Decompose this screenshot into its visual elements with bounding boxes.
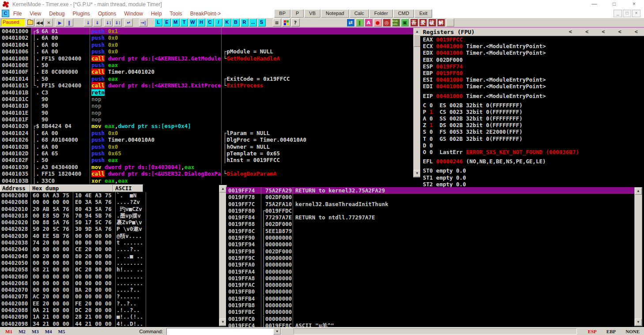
po-button[interactable]: 破 [428,19,436,26]
disasm-row[interactable]: 0040102B│.6A 00push 0x0│hOwner = NULL [0,143,413,150]
hexdump-row[interactable]: 0040200800 00 00 00E0 3A 5A 76....?Zv [0,199,219,205]
windows-list-button[interactable]: ≡ [273,19,281,26]
scroll-thumb[interactable] [414,34,421,47]
register-line[interactable]: Z 1 DS 002B 32bit 0(FFFFFFFF) [420,122,644,128]
stack-row[interactable]: 0019FFAC│00000000 [226,282,634,288]
chevron-left-icon[interactable]: < [618,29,621,35]
register-line[interactable]: EIP 00401000 Timer.<ModuleEntryPoint> [420,93,644,99]
stack-scrollbar[interactable]: ▲ ▼ [634,187,642,326]
scroll-down-icon[interactable]: ▼ [635,319,642,326]
disasm-row[interactable]: 0040101B .C3retn [0,89,413,96]
hexdump-row[interactable]: 0040201020 AB 5A 7680 43 5A 76 玓v■CZv [0,206,219,212]
stack-row[interactable]: 0019FFA8│00000000 [226,275,634,282]
register-line[interactable]: ECX 00401000 Timer.<ModuleEntryPoint> [420,43,644,49]
menu-help[interactable]: Help [147,11,166,17]
panel-button-s[interactable]: S [258,19,266,26]
hexdump-row[interactable]: 0040206800 00 00 0000 00 00 00........ [0,280,219,286]
restore-icon[interactable]: □ [604,0,624,9]
stack-row[interactable]: 0019FFC0│00000000 [226,316,634,322]
disasm-row[interactable]: 00401008│.FF15 0020400call dword ptr ds:… [0,55,413,62]
disasm-row[interactable]: 00401004│.6A 00push 0x0 [0,41,413,48]
panel-button-item[interactable]: ... [249,19,257,26]
chevron-left-icon[interactable]: < [602,29,605,35]
menu-view[interactable]: View [26,11,45,17]
hexdump-col-address[interactable]: Address [0,184,30,192]
letter-a-button[interactable]: A [365,19,373,26]
hexdump-row[interactable]: 0040200060 0A A3 7510 4E A3 75`. ■N [0,192,219,199]
execute-till-return-button[interactable]: ↵ [124,19,133,26]
register-line[interactable]: D 0 [420,142,644,149]
wu-button[interactable]: 吾 [410,19,418,26]
quick-button-exit[interactable]: Exit [414,9,432,18]
hexdump-row[interactable]: 0040201800 E8 5D 7670 94 5B 76.墨vp摆v [0,212,219,219]
command-input[interactable]: ▼ [166,328,281,335]
quick-button-p[interactable]: P [291,9,304,18]
menu-breakpoint[interactable]: BreakPoint-> [186,11,225,17]
step-over-button[interactable]: ⇓ [93,19,102,26]
ai-button[interactable]: 爱 [419,19,427,26]
disasm-row[interactable]: 0040100F│.E8 0C000000call Timer.00401020 [0,68,413,75]
disasm-row[interactable]: 0040102D│.6A 65push 0x65│pTemplate = 0x6… [0,150,413,157]
spiral-target-button[interactable]: ◎ [383,19,391,26]
register-line[interactable]: S 0 FS 0053 32bit 2E2000(FFF) [420,128,644,135]
chevron-left-icon[interactable]: < [635,29,638,35]
close-debuggee-button[interactable]: ✕ [45,19,53,26]
register-line[interactable]: C 0 ES 002B 32bit 0(FFFFFFFF) [420,102,644,109]
register-line[interactable]: EDI 00401000 Timer.<ModuleEntryPoint> [420,83,644,90]
hexdump-row[interactable]: 0040209834 21 00 0044 21 00 004!..D!.. [0,320,219,327]
register-line[interactable]: ESP 0019FF74 [420,63,644,70]
panel-button-t[interactable]: T [180,19,188,26]
mdi-minimize-icon[interactable]: _ [614,10,622,17]
quick-button-notepad[interactable]: Notepad [321,9,349,18]
register-line[interactable]: EFL 00000246 (NO,NB,E,BE,NS,PE,GE,LE) [420,158,644,165]
statusbar-esp[interactable]: ESP [588,329,597,334]
hexdump-row[interactable]: 0040205000 00 00 0000 00 00 00........ [0,260,219,266]
stack-row[interactable]: 0019FFB8│00000000 [226,302,634,309]
hexdump-row[interactable]: 0040206000 00 00 0000 00 00 00........ [0,273,219,280]
disasm-row[interactable]: 0040101E90nop [0,109,413,116]
scroll-down-icon[interactable]: ▼ [219,319,226,326]
register-line[interactable]: P 1 CS 0023 32bit 0(FFFFFFFF) [420,109,644,115]
hexdump-row[interactable]: 004020880A 21 00 00DC 20 00 00.!..?.. [0,307,219,313]
statusbar-ebp[interactable]: EBP [606,329,616,334]
register-line[interactable]: ST1 empty 0.0 [420,174,644,181]
hexdump-row[interactable]: 0040204800 20 00 0080 20 00 00. ..■ .. [0,253,219,260]
scroll-up-icon[interactable]: ▲ [219,185,226,192]
stack-row[interactable]: 0019FF88│002DF000 [226,221,634,227]
open-file-button[interactable] [26,19,34,26]
panel-button-w[interactable]: W [189,19,197,26]
menu-options[interactable]: Options [94,11,120,17]
animate-into-button[interactable]: ↓: [104,19,113,26]
register-line[interactable]: ESI 00401000 Timer.<ModuleEntryPoint> [420,76,644,83]
quick-button-folder[interactable]: Folder [369,9,393,18]
panel-button-slash[interactable]: / [215,19,222,26]
chevron-left-icon[interactable]: < [585,29,588,35]
scroll-up-icon[interactable]: ▲ [635,188,642,195]
statusbar-none[interactable]: NONE [625,329,640,334]
stack-row[interactable]: 0019FF78002DF000 [226,194,634,200]
disasm-row[interactable]: 00401014│.50push eax┌ExitCode = 0x19FFCC [0,75,413,82]
quick-button-cmd[interactable]: CMD [393,9,414,18]
disasm-row[interactable]: 0040101C90nop [0,96,413,102]
register-line[interactable]: O 0 LastErr ERROR_SXS_KEY_NOT_FOUND (000… [420,149,644,155]
stack-row[interactable]: 0019FF9C│00000000 [226,255,634,261]
panel-button-b[interactable]: B [232,19,240,26]
combo-dropdown-icon[interactable]: ▼ [273,328,281,335]
disasm-row[interactable]: 00401006│.6A 00push 0x0┌pModule = NULL [0,48,413,55]
register-line[interactable]: EDX 00401000 Timer.<ModuleEntryPoint> [420,49,644,56]
register-line[interactable]: ST2 empty 0.0 [420,181,644,187]
stack-row[interactable]: 0019FF98│002DF000 [226,248,634,255]
green-window-button[interactable]: ▣ [401,19,409,26]
stack-row[interactable]: 0019FFB0│00000000 [226,288,634,295]
stack-row[interactable]: 0019FFA0│00000000 [226,261,634,268]
menu-window[interactable]: Window [120,11,147,17]
panel-button-h[interactable]: H [197,19,205,26]
register-line[interactable]: A 0 SS 002B 32bit 0(FFFFFFFF) [420,115,644,122]
jie-button[interactable]: 解 [437,19,445,26]
disassembly-pane[interactable]: 00401000┌$6A 01push 0x100401002│.6A 00pu… [0,28,413,184]
menu-plugins[interactable]: Plugins [69,11,94,17]
quick-button-calc[interactable]: Calc [350,9,369,18]
hexdump-row[interactable]: 0040203874 20 00 0000 00 00 00t ...... [0,239,219,246]
hexdump-row[interactable]: 0040205868 21 00 000C 20 00 00h!... .. [0,266,219,273]
register-line[interactable]: T 0 GS 002B 32bit 0(FFFFFFFF) [420,136,644,142]
